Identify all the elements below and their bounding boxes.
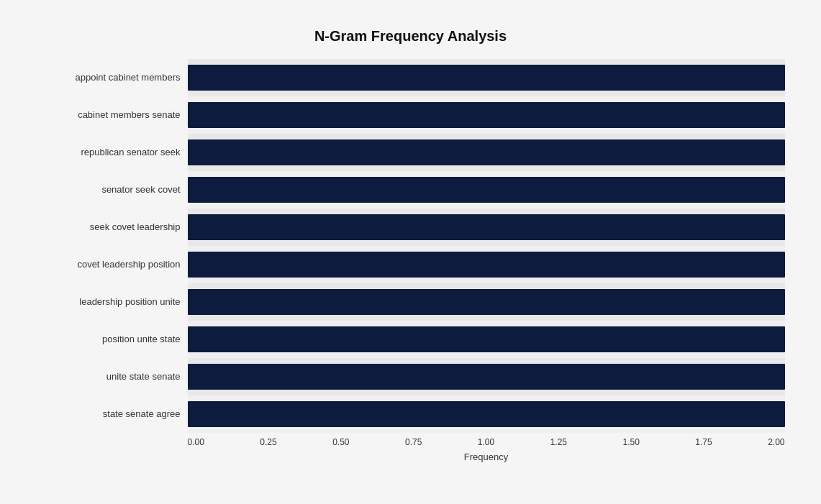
x-axis-area: 0.000.250.500.751.001.251.501.752.00 Fre…	[188, 433, 785, 462]
bar	[188, 139, 785, 165]
x-tick: 0.75	[405, 437, 422, 447]
x-tick: 0.00	[188, 437, 204, 447]
bar-row	[188, 321, 785, 358]
bar-row	[188, 246, 785, 283]
x-tick: 1.00	[478, 437, 494, 447]
y-label: state senate agree	[37, 395, 188, 433]
bar	[188, 65, 785, 91]
y-label: covet leadership position	[37, 246, 188, 283]
y-labels: appoint cabinet memberscabinet members s…	[37, 59, 188, 433]
bar-row	[188, 134, 785, 171]
x-tick: 0.50	[332, 437, 349, 447]
bar	[188, 401, 785, 427]
x-tick: 1.25	[550, 437, 567, 447]
bar-row	[188, 171, 785, 209]
bar	[188, 102, 785, 128]
bar-row	[188, 358, 785, 395]
chart-area: appoint cabinet memberscabinet members s…	[37, 59, 785, 462]
bar	[188, 214, 785, 240]
x-tick: 1.50	[622, 437, 639, 447]
bar	[188, 289, 785, 315]
bars-and-grid	[188, 59, 785, 433]
bar-row	[188, 283, 785, 321]
x-tick: 2.00	[768, 437, 784, 447]
x-axis-label: Frequency	[188, 452, 785, 462]
bar-row	[188, 96, 785, 134]
y-label: appoint cabinet members	[37, 59, 188, 96]
y-label: unite state senate	[37, 358, 188, 395]
bar	[188, 252, 785, 278]
bar	[188, 177, 785, 203]
y-label: leadership position unite	[37, 283, 188, 321]
y-label: republican senator seek	[37, 134, 188, 171]
y-label: senator seek covet	[37, 171, 188, 209]
x-ticks: 0.000.250.500.751.001.251.501.752.00	[188, 433, 785, 449]
y-label: seek covet leadership	[37, 209, 188, 246]
y-label: position unite state	[37, 321, 188, 358]
x-tick: 1.75	[695, 437, 712, 447]
bar	[188, 364, 785, 390]
bar-row	[188, 395, 785, 433]
chart-title: N-Gram Frequency Analysis	[37, 28, 785, 45]
bar-row	[188, 59, 785, 96]
x-tick: 0.25	[260, 437, 276, 447]
chart-container: N-Gram Frequency Analysis appoint cabine…	[15, 14, 807, 491]
bar	[188, 326, 785, 352]
bar-row	[188, 209, 785, 246]
bars-section: appoint cabinet memberscabinet members s…	[37, 59, 785, 433]
y-label: cabinet members senate	[37, 96, 188, 134]
